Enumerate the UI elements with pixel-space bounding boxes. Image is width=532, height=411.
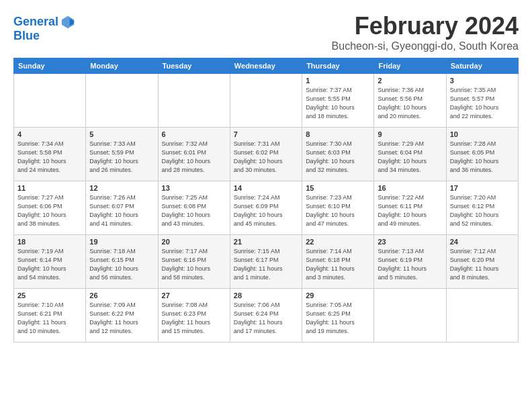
calendar-cell: 12Sunrise: 7:26 AM Sunset: 6:07 PM Dayli…: [86, 181, 158, 235]
weekday-header: Thursday: [302, 58, 374, 74]
day-info: Sunrise: 7:32 AM Sunset: 6:01 PM Dayligh…: [162, 140, 226, 175]
day-info: Sunrise: 7:34 AM Sunset: 5:58 PM Dayligh…: [17, 140, 82, 175]
calendar-week-row: 25Sunrise: 7:10 AM Sunset: 6:21 PM Dayli…: [14, 289, 519, 342]
day-info: Sunrise: 7:30 AM Sunset: 6:03 PM Dayligh…: [306, 140, 370, 175]
day-number: 13: [162, 184, 226, 192]
day-number: 8: [306, 130, 370, 138]
logo-line2: Blue: [13, 30, 75, 43]
calendar-header-row: SundayMondayTuesdayWednesdayThursdayFrid…: [14, 58, 519, 74]
calendar-cell: 18Sunrise: 7:19 AM Sunset: 6:14 PM Dayli…: [14, 235, 86, 289]
day-info: Sunrise: 7:26 AM Sunset: 6:07 PM Dayligh…: [89, 193, 154, 228]
calendar-cell: 13Sunrise: 7:25 AM Sunset: 6:08 PM Dayli…: [158, 181, 230, 235]
calendar-cell: [158, 74, 230, 128]
logo-icon: [60, 15, 75, 30]
calendar-cell: 6Sunrise: 7:32 AM Sunset: 6:01 PM Daylig…: [158, 128, 230, 181]
calendar-week-row: 1Sunrise: 7:37 AM Sunset: 5:55 PM Daylig…: [14, 74, 519, 128]
day-number: 25: [17, 291, 82, 300]
calendar-cell: 14Sunrise: 7:24 AM Sunset: 6:09 PM Dayli…: [230, 181, 302, 235]
day-info: Sunrise: 7:36 AM Sunset: 5:56 PM Dayligh…: [378, 86, 442, 121]
calendar-cell: 26Sunrise: 7:09 AM Sunset: 6:22 PM Dayli…: [86, 289, 158, 342]
calendar-cell: 23Sunrise: 7:13 AM Sunset: 6:19 PM Dayli…: [374, 235, 446, 289]
weekday-header: Friday: [374, 58, 446, 74]
day-info: Sunrise: 7:09 AM Sunset: 6:22 PM Dayligh…: [89, 301, 154, 336]
logo-text: General: [13, 15, 58, 29]
day-info: Sunrise: 7:23 AM Sunset: 6:10 PM Dayligh…: [306, 193, 370, 228]
calendar-table: SundayMondayTuesdayWednesdayThursdayFrid…: [13, 58, 519, 342]
calendar-week-row: 4Sunrise: 7:34 AM Sunset: 5:58 PM Daylig…: [14, 128, 519, 181]
day-number: 4: [17, 130, 82, 138]
weekday-header: Wednesday: [230, 58, 302, 74]
day-number: 22: [306, 238, 370, 246]
calendar-week-row: 18Sunrise: 7:19 AM Sunset: 6:14 PM Dayli…: [14, 235, 519, 289]
day-number: 29: [306, 291, 370, 300]
day-info: Sunrise: 7:15 AM Sunset: 6:17 PM Dayligh…: [234, 247, 298, 282]
day-number: 19: [89, 238, 154, 246]
day-info: Sunrise: 7:20 AM Sunset: 6:12 PM Dayligh…: [450, 193, 515, 228]
calendar-cell: [446, 289, 518, 342]
calendar-cell: 16Sunrise: 7:22 AM Sunset: 6:11 PM Dayli…: [374, 181, 446, 235]
calendar-cell: 21Sunrise: 7:15 AM Sunset: 6:17 PM Dayli…: [230, 235, 302, 289]
day-number: 24: [450, 238, 515, 246]
calendar-cell: 3Sunrise: 7:35 AM Sunset: 5:57 PM Daylig…: [446, 74, 518, 128]
weekday-header: Sunday: [14, 58, 86, 74]
calendar-cell: 7Sunrise: 7:31 AM Sunset: 6:02 PM Daylig…: [230, 128, 302, 181]
day-number: 3: [450, 77, 515, 85]
logo: General Blue: [13, 15, 75, 43]
day-number: 14: [234, 184, 298, 192]
day-info: Sunrise: 7:12 AM Sunset: 6:20 PM Dayligh…: [450, 247, 515, 282]
day-info: Sunrise: 7:19 AM Sunset: 6:14 PM Dayligh…: [17, 247, 82, 282]
day-number: 15: [306, 184, 370, 192]
day-info: Sunrise: 7:24 AM Sunset: 6:09 PM Dayligh…: [234, 193, 298, 228]
calendar-cell: 29Sunrise: 7:05 AM Sunset: 6:25 PM Dayli…: [302, 289, 374, 342]
day-info: Sunrise: 7:14 AM Sunset: 6:18 PM Dayligh…: [306, 247, 370, 282]
calendar-cell: 25Sunrise: 7:10 AM Sunset: 6:21 PM Dayli…: [14, 289, 86, 342]
day-info: Sunrise: 7:35 AM Sunset: 5:57 PM Dayligh…: [450, 86, 515, 121]
day-number: 9: [378, 130, 442, 138]
day-info: Sunrise: 7:08 AM Sunset: 6:23 PM Dayligh…: [162, 301, 226, 336]
calendar-cell: 10Sunrise: 7:28 AM Sunset: 6:05 PM Dayli…: [446, 128, 518, 181]
day-info: Sunrise: 7:18 AM Sunset: 6:15 PM Dayligh…: [89, 247, 154, 282]
day-number: 11: [17, 184, 82, 192]
day-number: 20: [162, 238, 226, 246]
page: General Blue February 2024 Bucheon-si, G…: [0, 0, 532, 349]
day-info: Sunrise: 7:27 AM Sunset: 6:06 PM Dayligh…: [17, 193, 82, 228]
calendar-cell: 5Sunrise: 7:33 AM Sunset: 5:59 PM Daylig…: [86, 128, 158, 181]
day-number: 28: [234, 291, 298, 300]
calendar-cell: 28Sunrise: 7:06 AM Sunset: 6:24 PM Dayli…: [230, 289, 302, 342]
day-number: 10: [450, 130, 515, 138]
calendar-week-row: 11Sunrise: 7:27 AM Sunset: 6:06 PM Dayli…: [14, 181, 519, 235]
day-number: 26: [89, 291, 154, 300]
calendar-cell: 1Sunrise: 7:37 AM Sunset: 5:55 PM Daylig…: [302, 74, 374, 128]
calendar-cell: 17Sunrise: 7:20 AM Sunset: 6:12 PM Dayli…: [446, 181, 518, 235]
calendar-cell: [374, 289, 446, 342]
day-number: 16: [378, 184, 442, 192]
subtitle: Bucheon-si, Gyeonggi-do, South Korea: [332, 40, 519, 52]
day-info: Sunrise: 7:25 AM Sunset: 6:08 PM Dayligh…: [162, 193, 226, 228]
day-info: Sunrise: 7:17 AM Sunset: 6:16 PM Dayligh…: [162, 247, 226, 282]
calendar-cell: [86, 74, 158, 128]
calendar-cell: 20Sunrise: 7:17 AM Sunset: 6:16 PM Dayli…: [158, 235, 230, 289]
calendar-cell: [14, 74, 86, 128]
weekday-header: Tuesday: [158, 58, 230, 74]
day-info: Sunrise: 7:37 AM Sunset: 5:55 PM Dayligh…: [306, 86, 370, 121]
day-number: 17: [450, 184, 515, 192]
day-info: Sunrise: 7:13 AM Sunset: 6:19 PM Dayligh…: [378, 247, 442, 282]
day-number: 27: [162, 291, 226, 300]
day-number: 23: [378, 238, 442, 246]
day-info: Sunrise: 7:28 AM Sunset: 6:05 PM Dayligh…: [450, 140, 515, 175]
header: General Blue February 2024 Bucheon-si, G…: [13, 12, 519, 52]
day-number: 21: [234, 238, 298, 246]
calendar-cell: [230, 74, 302, 128]
day-info: Sunrise: 7:33 AM Sunset: 5:59 PM Dayligh…: [89, 140, 154, 175]
calendar-cell: 4Sunrise: 7:34 AM Sunset: 5:58 PM Daylig…: [14, 128, 86, 181]
title-section: February 2024 Bucheon-si, Gyeonggi-do, S…: [332, 12, 519, 52]
day-info: Sunrise: 7:10 AM Sunset: 6:21 PM Dayligh…: [17, 301, 82, 336]
calendar-cell: 8Sunrise: 7:30 AM Sunset: 6:03 PM Daylig…: [302, 128, 374, 181]
calendar-cell: 9Sunrise: 7:29 AM Sunset: 6:04 PM Daylig…: [374, 128, 446, 181]
day-number: 1: [306, 77, 370, 85]
day-number: 2: [378, 77, 442, 85]
calendar-cell: 11Sunrise: 7:27 AM Sunset: 6:06 PM Dayli…: [14, 181, 86, 235]
day-info: Sunrise: 7:06 AM Sunset: 6:24 PM Dayligh…: [234, 301, 298, 336]
day-number: 5: [89, 130, 154, 138]
day-info: Sunrise: 7:22 AM Sunset: 6:11 PM Dayligh…: [378, 193, 442, 228]
